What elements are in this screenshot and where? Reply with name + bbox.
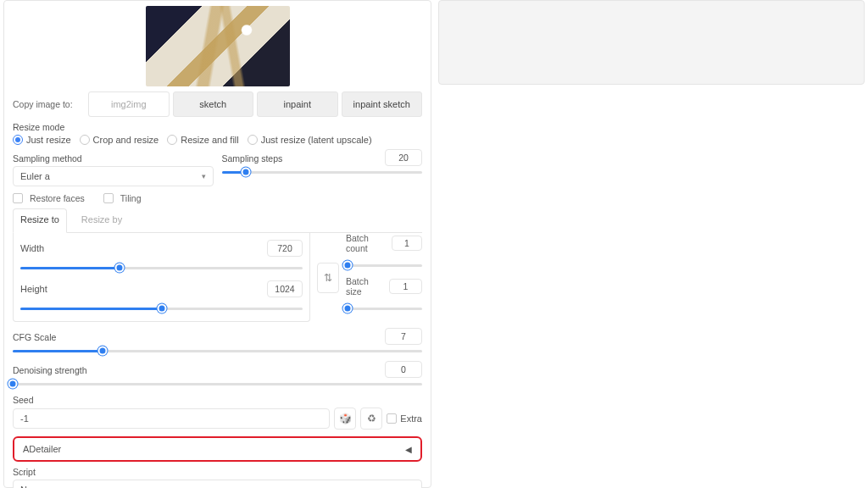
restore-faces-checkbox[interactable]: Restore faces bbox=[13, 193, 85, 203]
seed-extra-checkbox[interactable]: Extra bbox=[387, 413, 422, 424]
cfg-label: CFG Scale bbox=[13, 332, 56, 342]
tab-resize-to[interactable]: Resize to bbox=[13, 208, 67, 233]
script-label: Script bbox=[13, 467, 422, 477]
denoise-value[interactable]: 0 bbox=[385, 361, 422, 378]
seed-reuse-button[interactable]: ♻ bbox=[360, 408, 382, 430]
batch-count-value[interactable]: 1 bbox=[392, 236, 422, 251]
batch-size-label: Batch size bbox=[346, 276, 386, 297]
batch-count-label: Batch count bbox=[346, 233, 388, 253]
cfg-slider[interactable] bbox=[13, 345, 422, 357]
chevron-down-icon: ▾ bbox=[202, 172, 206, 180]
swap-dimensions-button[interactable]: ⇅ bbox=[317, 263, 339, 293]
width-label: Width bbox=[20, 243, 53, 253]
sampling-steps-value[interactable]: 20 bbox=[385, 149, 422, 166]
width-value[interactable]: 720 bbox=[267, 240, 303, 257]
sampling-steps-label: Sampling steps bbox=[222, 153, 283, 164]
width-slider[interactable] bbox=[20, 262, 303, 274]
batch-size-slider[interactable] bbox=[346, 302, 422, 314]
copy-to-inpaint-button[interactable]: inpaint bbox=[257, 92, 338, 117]
source-image-preview[interactable] bbox=[146, 6, 290, 86]
output-panel bbox=[435, 0, 868, 488]
tab-resize-by[interactable]: Resize by bbox=[79, 208, 125, 232]
settings-panel: Copy image to: img2img sketch inpaint in… bbox=[3, 0, 431, 488]
sampling-method-label: Sampling method bbox=[13, 153, 214, 164]
sampling-steps-slider[interactable] bbox=[222, 166, 423, 178]
resize-fill-radio[interactable]: Resize and fill bbox=[167, 135, 238, 145]
resize-mode-label: Resize mode bbox=[13, 122, 422, 132]
cfg-value[interactable]: 7 bbox=[385, 328, 422, 345]
sampling-method-select[interactable]: Euler a ▾ bbox=[13, 166, 214, 186]
height-slider[interactable] bbox=[20, 302, 303, 314]
batch-count-slider[interactable] bbox=[346, 259, 422, 271]
batch-size-value[interactable]: 1 bbox=[389, 279, 422, 294]
seed-input[interactable]: -1 bbox=[13, 408, 330, 429]
height-value[interactable]: 1024 bbox=[267, 280, 303, 297]
seed-label: Seed bbox=[13, 395, 422, 405]
caret-left-icon: ◀ bbox=[405, 445, 412, 454]
seed-random-button[interactable]: 🎲 bbox=[334, 408, 356, 430]
copy-to-inpaint-sketch-button[interactable]: inpaint sketch bbox=[342, 92, 423, 117]
tiling-checkbox[interactable]: Tiling bbox=[103, 193, 142, 203]
resize-crop-radio[interactable]: Crop and resize bbox=[80, 135, 159, 145]
height-label: Height bbox=[20, 284, 53, 294]
adetailer-accordion[interactable]: ADetailer ◀ bbox=[13, 436, 422, 462]
denoise-slider[interactable] bbox=[13, 378, 422, 390]
resize-just-resize-radio[interactable]: Just resize bbox=[13, 135, 71, 145]
output-preview-area bbox=[438, 0, 865, 85]
copy-to-sketch-button[interactable]: sketch bbox=[173, 92, 254, 117]
copy-image-label: Copy image to: bbox=[13, 99, 85, 109]
denoise-label: Denoising strength bbox=[13, 365, 87, 375]
script-select[interactable]: None ▾ bbox=[13, 480, 422, 488]
resize-latent-radio[interactable]: Just resize (latent upscale) bbox=[248, 135, 372, 145]
dice-icon: 🎲 bbox=[339, 413, 352, 424]
copy-to-img2img-button[interactable]: img2img bbox=[88, 92, 170, 117]
recycle-icon: ♻ bbox=[367, 413, 376, 424]
